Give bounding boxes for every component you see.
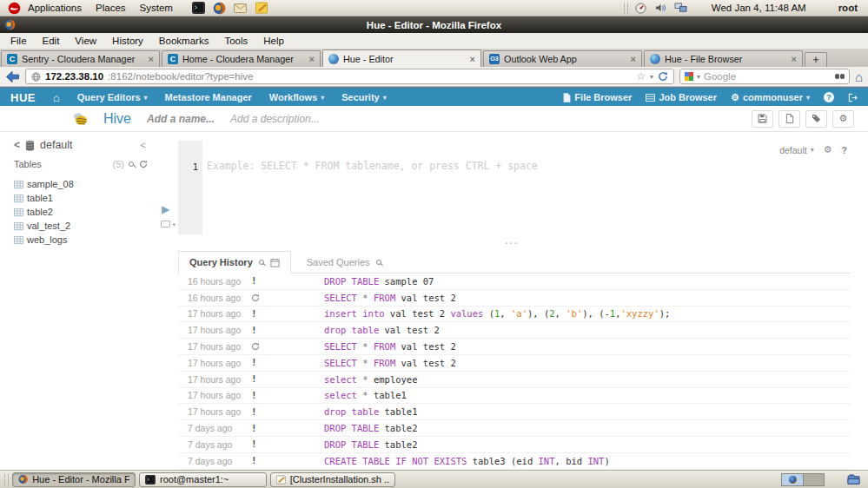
search-tables-icon[interactable] <box>129 162 134 167</box>
history-row[interactable]: 17 hours ago!drop table val_test_2 <box>178 322 851 339</box>
menu-file[interactable]: File <box>3 36 35 46</box>
nav-job-browser[interactable]: Job Browser <box>646 92 717 102</box>
nav-metastore-manager[interactable]: Metastore Manager <box>165 92 252 102</box>
table-item[interactable]: sample_08 <box>14 177 156 191</box>
query-description-field[interactable]: Add a description... <box>230 113 320 125</box>
workspace-2[interactable] <box>803 474 824 485</box>
history-row[interactable]: 17 hours ago!select * table1 <box>178 388 851 405</box>
snippet-type-selector[interactable] <box>161 221 170 228</box>
close-tab-icon[interactable] <box>470 55 475 63</box>
table-item[interactable]: table2 <box>14 205 156 219</box>
code-editor[interactable]: Example: SELECT * FROM tablename, or pre… <box>207 160 842 172</box>
editor-settings-icon[interactable] <box>824 144 832 155</box>
volume-icon[interactable] <box>654 1 668 15</box>
back-button[interactable] <box>5 70 20 83</box>
url-bar[interactable]: 172.23.38.10 :8162/notebook/editor?type=… <box>25 69 674 84</box>
network-icon[interactable] <box>674 1 688 15</box>
taskbar-window-editor[interactable]: [ClusterInstallation.sh ... <box>270 472 395 487</box>
history-row[interactable]: 17 hours ago!SELECT * FROM val_test_2 <box>178 355 851 372</box>
tab-saved-queries[interactable]: Saved Queries <box>296 252 392 273</box>
tab-query-history[interactable]: Query History <box>178 251 291 274</box>
search-saved-icon[interactable] <box>376 260 381 265</box>
new-document-button[interactable] <box>779 110 800 128</box>
search-bar[interactable]: Google <box>679 69 850 84</box>
nav-security[interactable]: Security <box>341 92 386 102</box>
save-button[interactable] <box>752 110 773 128</box>
search-history-icon[interactable] <box>259 260 264 265</box>
table-item[interactable]: table1 <box>14 191 156 205</box>
table-item[interactable]: web_logs <box>14 233 156 247</box>
menu-edit[interactable]: Edit <box>35 36 68 46</box>
history-row[interactable]: 17 hours ago!select * employee <box>178 372 851 388</box>
history-row[interactable]: 17 hours agoSELECT * FROM val_test_2 <box>178 339 851 355</box>
editor-help-icon[interactable]: ? <box>842 145 847 155</box>
history-row[interactable]: 17 hours ago!insert into val_test_2 valu… <box>178 307 851 323</box>
url-dropdown-icon[interactable] <box>650 73 653 81</box>
line-number: 1 <box>192 162 198 173</box>
menu-tools[interactable]: Tools <box>216 36 255 46</box>
menu-bookmarks[interactable]: Bookmarks <box>151 36 217 46</box>
help-icon[interactable] <box>824 92 834 102</box>
taskbar-window-terminal[interactable]: root@master1:~ <box>139 472 267 487</box>
system-monitor-icon[interactable] <box>634 1 648 15</box>
table-item[interactable]: val_test_2 <box>14 219 156 233</box>
search-engine-dropdown-icon[interactable] <box>697 73 700 81</box>
menu-help[interactable]: Help <box>255 36 292 46</box>
panel-clock[interactable]: Wed Jan 4, 11:48 AM <box>712 3 806 13</box>
sign-out-icon[interactable] <box>848 93 858 102</box>
reload-icon[interactable] <box>658 71 668 82</box>
tab-home-cloudera[interactable]: Home - Cloudera Manager <box>162 50 321 67</box>
nav-file-browser[interactable]: File Browser <box>563 92 632 102</box>
tab-hue-file-browser[interactable]: Hue - File Browser <box>644 50 803 67</box>
settings-button[interactable] <box>832 110 854 128</box>
mail-launcher-icon[interactable] <box>234 1 248 15</box>
workspace-1[interactable] <box>782 474 803 485</box>
history-row[interactable]: 17 hours ago!drop table table1 <box>178 404 851 420</box>
history-row[interactable]: 7 days ago!DROP TABLE table2 <box>178 420 851 437</box>
history-row[interactable]: 16 hours ago!DROP TABLE sample_07 <box>178 274 851 290</box>
notes-launcher-icon[interactable] <box>255 1 268 15</box>
calendar-filter-icon[interactable] <box>270 258 280 267</box>
google-engine-icon[interactable] <box>685 72 693 81</box>
close-tab-icon[interactable] <box>631 55 636 63</box>
system-menu[interactable]: System <box>133 3 180 13</box>
close-tab-icon[interactable] <box>792 55 797 63</box>
context-database-dropdown[interactable]: default <box>779 145 814 155</box>
nav-user-menu[interactable]: commonuser <box>731 92 810 103</box>
history-row[interactable]: 7 days ago!DROP TABLE table2 <box>178 437 851 453</box>
new-tab-button[interactable] <box>805 52 827 67</box>
history-row[interactable]: 7 days ago!CREATE TABLE IF NOT EXISTS ta… <box>178 453 851 470</box>
tab-outlook[interactable]: Outlook Web App <box>483 50 642 67</box>
refresh-tables-icon[interactable] <box>139 160 148 168</box>
bookmark-star-icon[interactable] <box>636 70 646 82</box>
collapse-panel-icon[interactable] <box>141 140 146 150</box>
history-row[interactable]: 16 hours agoSELECT * FROM val_test_2 <box>178 290 851 307</box>
menu-view[interactable]: View <box>67 36 104 46</box>
hue-logo[interactable]: HUE <box>10 91 36 104</box>
file-manager-icon[interactable] <box>847 474 860 485</box>
database-selector[interactable]: default <box>14 139 156 151</box>
resize-handle[interactable] <box>156 239 868 248</box>
nav-query-editors[interactable]: Query Editors <box>77 92 148 102</box>
terminal-launcher-icon[interactable] <box>192 1 206 15</box>
menu-history[interactable]: History <box>104 36 151 46</box>
browser-home-icon[interactable] <box>855 70 863 83</box>
taskbar-window-firefox[interactable]: Hue - Editor - Mozilla F... <box>12 472 136 487</box>
search-binoculars-icon[interactable] <box>835 74 845 79</box>
tab-hue-editor[interactable]: Hue - Editor <box>322 49 481 67</box>
tags-button[interactable] <box>805 110 827 128</box>
panel-user[interactable]: root <box>838 3 858 13</box>
firefox-launcher-icon[interactable] <box>213 1 227 15</box>
close-tab-icon[interactable] <box>149 55 154 63</box>
redhat-menu-icon[interactable] <box>7 1 21 15</box>
nav-workflows[interactable]: Workflows <box>269 92 324 102</box>
close-tab-icon[interactable] <box>309 55 315 63</box>
execute-query-button[interactable] <box>162 203 169 215</box>
applications-menu[interactable]: Applications <box>21 3 89 13</box>
site-globe-icon[interactable] <box>31 72 41 82</box>
back-chevron-icon[interactable] <box>14 139 20 151</box>
places-menu[interactable]: Places <box>89 3 133 13</box>
tab-sentry-cloudera[interactable]: Sentry - Cloudera Manager <box>1 50 160 67</box>
hue-home-icon[interactable] <box>53 91 60 104</box>
query-name-field[interactable]: Add a name... <box>147 113 215 125</box>
